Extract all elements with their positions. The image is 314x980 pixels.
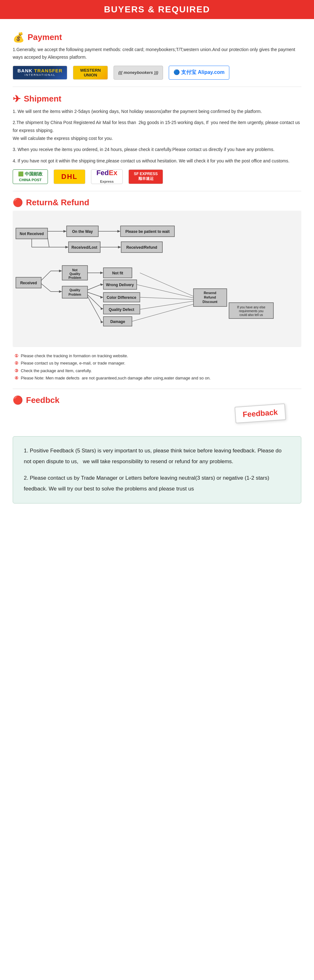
svg-text:requirements you: requirements you <box>239 309 263 313</box>
resend-label: Resend <box>204 291 216 295</box>
return-notes-list: ① Please check the tracking in formation… <box>13 352 301 382</box>
note-2: ② Please contact us by meesage, e-mail, … <box>13 360 301 367</box>
on-the-way-label: On the Way <box>72 229 93 234</box>
chinapost-logo: 🟩 中国邮政CHINA POST <box>13 169 48 184</box>
payment-icon: 💰 <box>13 32 24 43</box>
svg-text:Problem: Problem <box>68 276 81 280</box>
note-4: ④ Please Note: Men made defects are not … <box>13 374 301 382</box>
svg-rect-29 <box>62 286 87 298</box>
alipay-logo: 🔵 支付宝 Alipay.com <box>169 66 229 80</box>
feedback-section: 🔴 Feedbck Feedback 1. Positive Feedback … <box>13 395 301 503</box>
shipment-section-title: ✈ Shipment <box>13 93 301 104</box>
sf-express-logo: SF EXPRESS顺丰速运 <box>128 169 163 184</box>
ship-point-2: 2.The shipment by China Post Registered … <box>13 119 301 143</box>
shipment-logos: 🟩 中国邮政CHINA POST DHL FedExExpress SF EXP… <box>13 169 301 184</box>
shipment-section: 1. We will sent the items within 2-5days… <box>13 108 301 184</box>
note-1: ① Please check the tracking in formation… <box>13 352 301 360</box>
main-content: 💰 Payment 1.Generally, we accept the fol… <box>0 19 314 516</box>
svg-text:Quality: Quality <box>70 272 80 276</box>
ship-point-1: 1. We will sent the items within 2-5days… <box>13 108 301 116</box>
quality-defect-label: Quality Defect <box>109 307 135 312</box>
please-wait-label: Please be patient to wait <box>125 229 170 234</box>
note-3: ③ Check the package and Item, carefully. <box>13 367 301 374</box>
western-union-logo: WESTERNUNION <box>73 66 108 80</box>
wrong-delivery-label: Wrong Delivery <box>106 283 134 287</box>
divider-2 <box>13 191 301 191</box>
svg-text:could also tell us: could also tell us <box>239 313 263 317</box>
shipment-icon: ✈ <box>13 93 21 104</box>
svg-text:Discount: Discount <box>202 300 217 304</box>
feedback-point-1: 1. Positive Feedback (5 Stars) is very i… <box>24 445 290 467</box>
color-difference-label: Color Difference <box>106 295 136 300</box>
flowchart-container: Not Received On the Way Please be patien… <box>13 211 301 347</box>
damage-label: Damage <box>110 320 125 324</box>
payment-logos: BANK TRANSFER INTERNATIONAL WESTERNUNION… <box>13 66 301 80</box>
not-fit-label: Not fit <box>112 271 124 275</box>
moneybookers-logo: ((( moneybookers ))) <box>114 66 163 80</box>
dhl-logo: DHL <box>54 169 85 184</box>
flowchart-svg: Not Received On the Way Please be patien… <box>13 211 301 347</box>
feedback-point-2: 2. Please contact us by Trade Manager or… <box>24 473 290 494</box>
feedback-label-card: Feedback <box>235 404 286 423</box>
quality-problem-label: Quality <box>70 288 80 292</box>
feedback-section-title: 🔴 Feedbck <box>13 395 301 405</box>
fedex-logo: FedExExpress <box>91 169 123 184</box>
not-received-label: Not Received <box>20 232 44 236</box>
received-refund-label: Received/Refund <box>126 245 157 250</box>
payment-section-title: 💰 Payment <box>13 32 301 43</box>
svg-text:Problem: Problem <box>68 293 81 296</box>
not-quality-label: Not <box>72 269 78 272</box>
ship-point-4: 4. If you have not got it within the shi… <box>13 157 301 165</box>
feedback-icon: 🔴 <box>13 395 23 405</box>
payment-description: 1.Generally, we accept the following pay… <box>13 46 301 61</box>
page-header: BUYERS & REQUIRED <box>0 0 314 19</box>
feedback-sticky-wrap: Feedback <box>13 408 301 431</box>
if-you-have-label: If you have any else <box>237 305 265 309</box>
header-title: BUYERS & REQUIRED <box>104 5 210 14</box>
bank-transfer-logo: BANK TRANSFER INTERNATIONAL <box>13 66 67 80</box>
ship-point-3: 3. When you receive the items you ordere… <box>13 146 301 154</box>
return-refund-section-title: 🔴 Return& Refund <box>13 198 301 207</box>
svg-text:Refund: Refund <box>204 295 216 299</box>
return-icon: 🔴 <box>13 198 23 207</box>
feedback-box: 1. Positive Feedback (5 Stars) is very i… <box>13 436 301 503</box>
received-lost-label: Received/Lost <box>71 245 97 250</box>
received-label: Received <box>20 281 37 285</box>
